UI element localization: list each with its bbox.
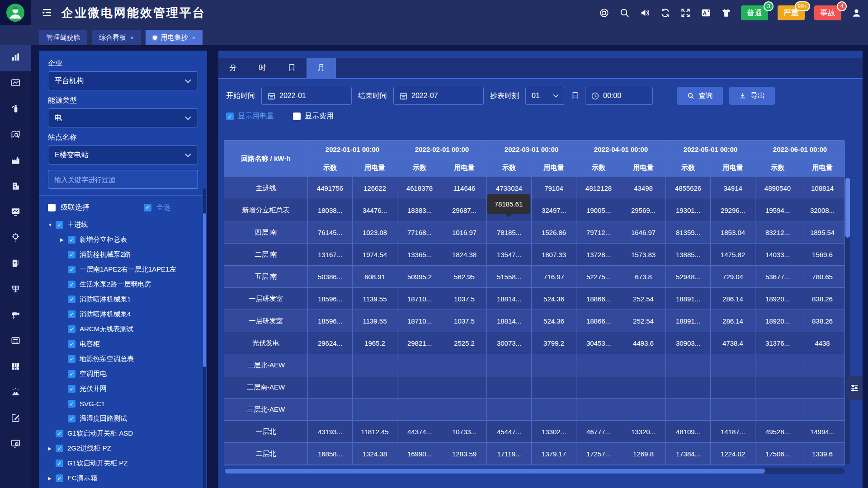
tree-item[interactable]: 空调用电 bbox=[48, 366, 198, 381]
show-cost-box[interactable] bbox=[293, 113, 301, 120]
tree-item-checkbox[interactable] bbox=[56, 221, 63, 229]
tree-item[interactable]: 一层南1APE2右一层北1APE1左 bbox=[48, 262, 198, 277]
table-cell-value[interactable]: 1569.6 bbox=[800, 244, 845, 266]
table-row-name[interactable]: 一层研发室 bbox=[224, 288, 308, 310]
fullscreen-icon[interactable] bbox=[680, 7, 691, 18]
table-cell-value[interactable] bbox=[576, 399, 621, 421]
show-cost-checkbox[interactable]: 显示费用 bbox=[293, 112, 334, 121]
table-cell-value[interactable]: 4493.6 bbox=[621, 332, 666, 354]
tree-item-checkbox[interactable] bbox=[68, 355, 75, 363]
table-cell-value[interactable] bbox=[487, 399, 532, 421]
tree-item[interactable]: 新增分立柜总表 bbox=[48, 232, 198, 247]
table-cell-value[interactable] bbox=[353, 354, 397, 376]
table-cell-value[interactable] bbox=[397, 399, 442, 421]
alarm-normal-badge[interactable]: 普通 3 bbox=[741, 5, 768, 20]
table-cell-value[interactable] bbox=[308, 376, 353, 399]
table-cell-value[interactable]: 18596... bbox=[308, 288, 353, 310]
sidebar-item-meter-card[interactable] bbox=[0, 328, 31, 354]
sidebar-item-cctv-camera[interactable] bbox=[0, 303, 31, 328]
table-cell-value[interactable]: 1853.04 bbox=[711, 221, 755, 244]
workspace-tab[interactable]: 综合看板 × bbox=[92, 30, 141, 45]
table-cell-value[interactable]: 43498 bbox=[621, 177, 666, 199]
table-cell-value[interactable]: 11812.45 bbox=[353, 421, 397, 443]
table-cell-value[interactable] bbox=[532, 376, 576, 399]
table-cell-value[interactable] bbox=[442, 399, 487, 421]
table-cell-value[interactable]: 252.54 bbox=[621, 310, 666, 332]
table-cell-value[interactable] bbox=[800, 354, 845, 376]
table-cell-value[interactable]: 1037.5 bbox=[442, 310, 487, 332]
table-cell-value[interactable]: 1324.38 bbox=[353, 443, 397, 465]
tree-filter-input[interactable] bbox=[54, 176, 192, 183]
table-cell-value[interactable] bbox=[755, 354, 800, 376]
table-cell-value[interactable]: 524.36 bbox=[532, 310, 576, 332]
table-cell-value[interactable]: 18383... bbox=[397, 199, 442, 221]
table-cell-value[interactable]: 49528... bbox=[755, 421, 800, 443]
table-cell-value[interactable]: 14994... bbox=[800, 421, 845, 443]
table-cell-value[interactable] bbox=[621, 354, 666, 376]
energy-type-select[interactable]: 电 bbox=[48, 108, 198, 127]
cascade-checkbox[interactable] bbox=[48, 204, 56, 211]
table-cell-value[interactable] bbox=[308, 399, 353, 421]
table-row-name[interactable]: 五层 南 bbox=[224, 266, 308, 288]
table-cell-value[interactable]: 29687... bbox=[442, 199, 487, 221]
tree-filter-search[interactable] bbox=[48, 170, 198, 189]
sidebar-item-monitor-trend[interactable] bbox=[0, 200, 31, 225]
help-icon[interactable] bbox=[599, 7, 609, 18]
sidebar-item-hospital-building[interactable] bbox=[0, 174, 31, 200]
table-cell-value[interactable] bbox=[532, 399, 576, 421]
table-cell-value[interactable]: 50386... bbox=[308, 266, 353, 288]
table-cell-value[interactable]: 52275... bbox=[576, 266, 621, 288]
tree-item-checkbox[interactable] bbox=[68, 236, 75, 244]
table-cell-value[interactable]: 79712... bbox=[576, 221, 621, 244]
table-cell-value[interactable]: 2525.2 bbox=[442, 332, 487, 354]
table-cell-value[interactable]: 13885... bbox=[666, 244, 711, 266]
table-cell-value[interactable]: 53677... bbox=[755, 266, 800, 288]
table-cell-value[interactable] bbox=[353, 376, 397, 399]
query-button[interactable]: 查询 bbox=[677, 87, 723, 105]
tree-item[interactable]: G1软启动开关柜 ASD bbox=[48, 426, 198, 441]
table-cell-value[interactable]: 48109... bbox=[666, 421, 711, 443]
table-cell-value[interactable]: 1379.17 bbox=[532, 443, 576, 465]
table-cell-value[interactable]: 79104 bbox=[532, 177, 576, 199]
table-cell-value[interactable]: 51558... bbox=[487, 266, 532, 288]
meter-day-select[interactable]: 01 bbox=[525, 87, 565, 105]
table-cell-value[interactable] bbox=[800, 376, 845, 399]
table-cell-value[interactable] bbox=[800, 399, 845, 421]
table-cell-value[interactable]: 50995.2 bbox=[397, 266, 442, 288]
table-cell-value[interactable]: 30903... bbox=[666, 332, 711, 354]
table-cell-value[interactable]: 286.14 bbox=[711, 288, 755, 310]
table-row-name[interactable]: 三层北-AEW bbox=[224, 399, 308, 421]
tree-scrollbar-thumb[interactable] bbox=[203, 213, 206, 367]
table-cell-value[interactable] bbox=[308, 354, 353, 376]
table-cell-value[interactable]: 18814... bbox=[487, 288, 532, 310]
tree-item[interactable]: 2G2进线柜 PZ bbox=[48, 441, 198, 456]
table-cell-value[interactable]: 1475.82 bbox=[711, 244, 755, 266]
table-row-name[interactable]: 一层研发室 bbox=[224, 310, 308, 332]
table-cell-value[interactable]: 4855626 bbox=[666, 177, 711, 199]
tree-expand-arrow-icon[interactable] bbox=[48, 222, 56, 227]
tree-item-checkbox[interactable] bbox=[56, 460, 63, 467]
tree-item[interactable]: 生活水泵2路一层弱电房 bbox=[48, 277, 198, 292]
table-cell-value[interactable]: 18814... bbox=[487, 310, 532, 332]
translate-icon[interactable]: A bbox=[700, 7, 711, 18]
sidebar-item-bar-chart[interactable] bbox=[0, 45, 31, 71]
refresh-icon[interactable] bbox=[660, 7, 670, 18]
tree-expand-arrow-icon[interactable] bbox=[60, 237, 68, 242]
granularity-tab[interactable]: 月 bbox=[307, 58, 336, 78]
tree-expand-arrow-icon[interactable] bbox=[48, 446, 56, 451]
tree-item[interactable]: EC演示箱 bbox=[48, 471, 198, 486]
table-cell-value[interactable]: 45447... bbox=[487, 421, 532, 443]
table-cell-value[interactable]: 16990... bbox=[397, 443, 442, 465]
tree-scrollbar[interactable] bbox=[203, 188, 206, 488]
table-cell-value[interactable]: 18891... bbox=[666, 288, 711, 310]
table-cell-value[interactable] bbox=[397, 354, 442, 376]
sidebar-item-map-search[interactable] bbox=[0, 122, 31, 148]
shirt-theme-icon[interactable] bbox=[721, 7, 731, 18]
table-cell-value[interactable] bbox=[666, 399, 711, 421]
table-cell-value[interactable]: 29624... bbox=[308, 332, 353, 354]
table-row-name[interactable]: 二层北 bbox=[224, 443, 308, 465]
table-cell-value[interactable]: 32008... bbox=[800, 199, 845, 221]
table-cell-value[interactable]: 1037.5 bbox=[442, 288, 487, 310]
workspace-tab[interactable]: 管理驾驶舱 bbox=[39, 30, 87, 45]
station-select[interactable]: E楼变电站 bbox=[48, 145, 198, 164]
